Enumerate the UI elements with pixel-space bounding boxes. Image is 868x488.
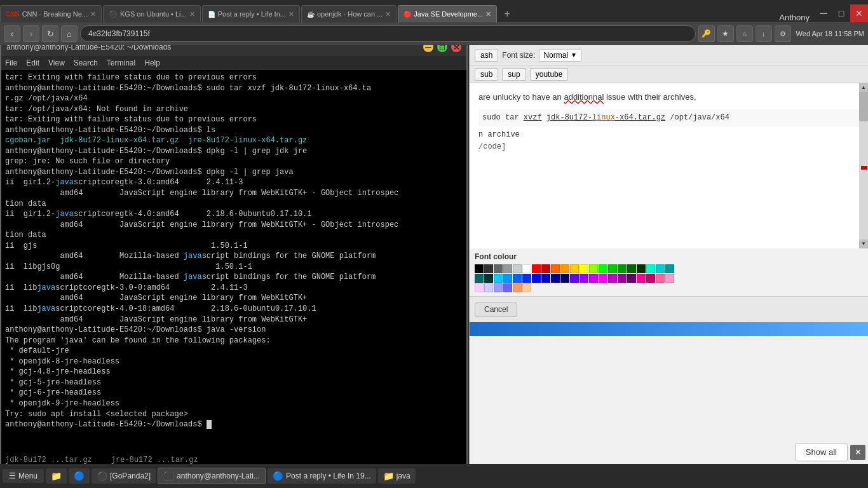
palette-color-36[interactable] [618, 274, 627, 283]
sub-button[interactable]: sub [475, 68, 498, 81]
menu-file[interactable]: File [5, 58, 17, 67]
window-maximize[interactable]: □ [832, 4, 850, 22]
palette-color-13[interactable] [599, 264, 607, 273]
window-close[interactable]: ✕ [850, 4, 868, 22]
address-bar[interactable]: 4e32fd3fb739115f [80, 25, 696, 42]
palette-color-9[interactable] [560, 264, 569, 273]
palette-color-27[interactable] [532, 274, 541, 283]
palette-color-42[interactable] [475, 283, 484, 292]
scrollbar-down-icon[interactable]: ▼ [859, 240, 868, 248]
palette-color-6[interactable] [532, 264, 541, 273]
terminal-body[interactable]: tar: Exiting with failure status due to … [1, 70, 466, 454]
palette-color-23[interactable] [494, 274, 503, 283]
palette-color-0[interactable] [475, 264, 484, 273]
palette-color-40[interactable] [656, 274, 665, 283]
browser-nav3[interactable]: ⚙ [775, 25, 791, 42]
palette-color-8[interactable] [551, 264, 560, 273]
palette-color-32[interactable] [580, 274, 588, 283]
browser-nav1[interactable]: ⌂ [736, 25, 753, 42]
palette-color-28[interactable] [541, 274, 550, 283]
lock-button[interactable]: 🔑 [698, 25, 715, 42]
palette-color-11[interactable] [580, 264, 588, 273]
scrollbar-track[interactable]: ▲ ▼ [859, 83, 868, 248]
refresh-button[interactable]: ↻ [42, 25, 58, 42]
tab-openjdk[interactable]: ☕ openjdk - How can ... ✕ [301, 5, 397, 22]
tab-post[interactable]: 📄 Post a reply • Life In... ✕ [202, 5, 300, 22]
menu-help[interactable]: Help [144, 58, 160, 67]
menu-terminal[interactable]: Terminal [107, 58, 135, 67]
terminal-menu-bar: File Edit View Search Terminal Help [1, 56, 466, 70]
palette-color-47[interactable] [522, 283, 531, 292]
palette-color-46[interactable] [513, 283, 522, 292]
palette-color-20[interactable] [665, 264, 674, 273]
browser-nav2[interactable]: ↓ [756, 25, 772, 42]
palette-color-39[interactable] [646, 274, 655, 283]
cancel-button[interactable]: Cancel [475, 302, 517, 317]
tab-cnn[interactable]: CNN CNN - Breaking Ne... ✕ [0, 5, 102, 22]
taskbar-files2[interactable]: 📁 java [378, 468, 416, 484]
palette-color-25[interactable] [513, 274, 522, 283]
tab-kgs-close[interactable]: ✕ [189, 10, 195, 18]
close-notification-button[interactable]: ✕ [850, 445, 865, 460]
palette-color-29[interactable] [551, 274, 560, 283]
palette-color-4[interactable] [513, 264, 522, 273]
palette-color-45[interactable] [503, 283, 512, 292]
palette-color-7[interactable] [541, 264, 550, 273]
palette-color-3[interactable] [503, 264, 512, 273]
palette-color-18[interactable] [646, 264, 655, 273]
taskbar-files1[interactable]: 📁 [46, 468, 67, 484]
palette-color-24[interactable] [503, 274, 512, 283]
palette-color-21[interactable] [475, 274, 484, 283]
palette-color-14[interactable] [608, 264, 617, 273]
palette-color-43[interactable] [484, 283, 493, 292]
palette-color-35[interactable] [608, 274, 617, 283]
star-button[interactable]: ★ [717, 25, 734, 42]
youtube-button[interactable]: youtube [530, 68, 569, 81]
palette-color-37[interactable] [627, 274, 636, 283]
palette-color-38[interactable] [637, 274, 646, 283]
window-minimize[interactable]: ─ [815, 4, 832, 22]
taskbar-gopanda[interactable]: ⚫ [GoPanda2] [92, 468, 156, 484]
font-size-selector[interactable]: Normal ▼ [539, 49, 581, 62]
palette-color-44[interactable] [494, 283, 503, 292]
palette-color-16[interactable] [627, 264, 636, 273]
palette-color-26[interactable] [522, 274, 531, 283]
back-button[interactable]: ‹ [4, 25, 20, 42]
scrollbar-thumb[interactable] [859, 90, 868, 121]
menu-edit[interactable]: Edit [26, 58, 39, 67]
tab-openjdk-close[interactable]: ✕ [385, 10, 391, 18]
home-button[interactable]: ⌂ [61, 25, 78, 42]
palette-color-41[interactable] [665, 274, 674, 283]
palette-color-12[interactable] [589, 264, 598, 273]
tab-post-close[interactable]: ✕ [288, 10, 294, 18]
palette-color-5[interactable] [522, 264, 531, 273]
palette-color-22[interactable] [484, 274, 493, 283]
palette-color-19[interactable] [656, 264, 665, 273]
tab-kgs[interactable]: ⚫ KGS on Ubuntu • Li... ✕ [103, 5, 201, 22]
new-tab-button[interactable]: + [498, 5, 516, 22]
menu-view[interactable]: View [48, 58, 65, 67]
show-all-button[interactable]: Show all [795, 443, 848, 461]
palette-color-2[interactable] [494, 264, 503, 273]
palette-color-1[interactable] [484, 264, 493, 273]
taskbar-terminal[interactable]: ⬛ anthony@anthony-Lati... [158, 468, 266, 484]
taskbar-post-reply[interactable]: 🔵 Post a reply • Life In 19... [268, 468, 376, 484]
palette-color-17[interactable] [637, 264, 646, 273]
taskbar-chrome[interactable]: 🔵 [69, 468, 90, 484]
ash-button[interactable]: ash [475, 49, 498, 62]
palette-color-31[interactable] [570, 274, 579, 283]
editor-content-area[interactable]: ▲ ▼ are unlucky to have an additionnal i… [470, 83, 868, 248]
palette-color-34[interactable] [599, 274, 607, 283]
taskbar-menu[interactable]: ☰ Menu [3, 469, 44, 483]
tab-java-close[interactable]: ✕ [485, 10, 491, 18]
scrollbar-up-icon[interactable]: ▲ [859, 83, 868, 92]
forward-button[interactable]: › [23, 25, 39, 42]
palette-color-10[interactable] [570, 264, 579, 273]
palette-color-15[interactable] [618, 264, 627, 273]
palette-color-30[interactable] [560, 274, 569, 283]
sup-button[interactable]: sup [502, 68, 526, 81]
tab-cnn-close[interactable]: ✕ [90, 10, 96, 18]
menu-search[interactable]: Search [74, 58, 98, 67]
tab-java[interactable]: 🔴 Java SE Developme... ✕ [398, 5, 497, 22]
palette-color-33[interactable] [589, 274, 598, 283]
